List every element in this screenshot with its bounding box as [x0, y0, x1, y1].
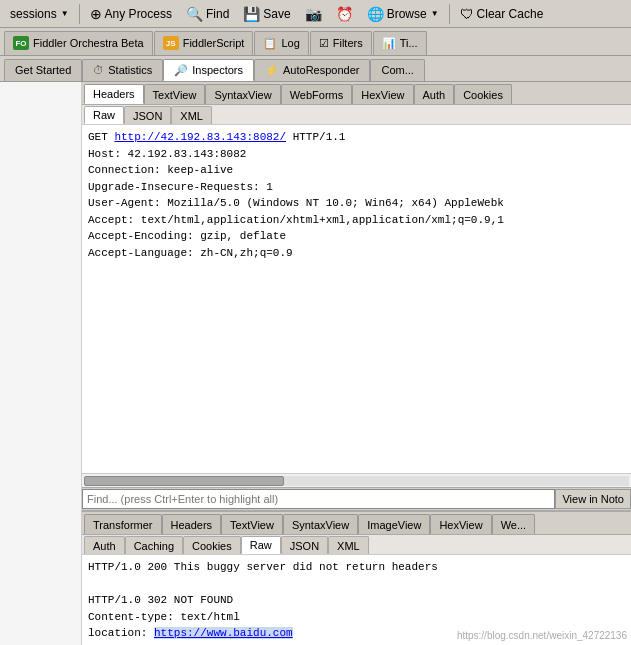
json-sub-label: JSON	[133, 110, 162, 122]
snapshot-icon: 📷	[305, 6, 322, 22]
resp-sub-xml[interactable]: XML	[328, 536, 369, 554]
statistics-label: Statistics	[108, 64, 152, 76]
tab-timeline[interactable]: 📊 Ti...	[373, 31, 427, 55]
sessions-dropdown-icon: ▼	[61, 9, 69, 18]
save-button[interactable]: 💾 Save	[237, 4, 296, 24]
resp-sub-auth[interactable]: Auth	[84, 536, 125, 554]
separator-1	[79, 4, 80, 24]
tab-filters[interactable]: ☑ Filters	[310, 31, 372, 55]
req-sub-tab-raw[interactable]: Raw	[84, 106, 124, 124]
req-tab-textview[interactable]: TextView	[144, 84, 206, 104]
globe-icon: 🌐	[367, 6, 384, 22]
resp-location-label: location:	[88, 627, 154, 639]
tab-statistics[interactable]: ⏱ Statistics	[82, 59, 163, 81]
separator-2	[449, 4, 450, 24]
resp-raw-label: Raw	[250, 539, 272, 551]
request-tabs: Headers TextView SyntaxView WebForms Hex…	[82, 82, 631, 105]
clear-cache-label: Clear Cache	[477, 7, 544, 21]
req-sub-tab-xml[interactable]: XML	[171, 106, 212, 124]
resp-tab-textview[interactable]: TextView	[221, 514, 283, 534]
syntaxview-tab-label: SyntaxView	[214, 89, 271, 101]
resp-line-1: HTTP/1.0 200 This buggy server did not r…	[88, 559, 625, 576]
scrollbar-track	[84, 476, 629, 486]
view-in-notepad-button[interactable]: View in Noto	[555, 489, 631, 509]
resp-syntaxview-label: SyntaxView	[292, 519, 349, 531]
watermark: https://blog.csdn.net/weixin_42722136	[457, 630, 627, 641]
find-input[interactable]	[82, 489, 555, 509]
tab-fiddlerscript[interactable]: JS FiddlerScript	[154, 31, 254, 55]
target-icon: ⊕	[90, 6, 102, 22]
transformer-label: Transformer	[93, 519, 153, 531]
resp-imageview-label: ImageView	[367, 519, 421, 531]
sessions-sidebar	[0, 82, 82, 645]
horizontal-scrollbar[interactable]	[82, 473, 631, 487]
tab-log-label: Log	[281, 37, 299, 49]
resp-line-4: Content-type: text/html	[88, 609, 625, 626]
req-line-1: GET http://42.192.83.143:8082/ HTTP/1.1	[88, 129, 625, 146]
resp-we-label: We...	[501, 519, 526, 531]
resp-tab-hexview[interactable]: HexView	[430, 514, 491, 534]
tab-log[interactable]: 📋 Log	[254, 31, 308, 55]
resp-sub-caching[interactable]: Caching	[125, 536, 183, 554]
request-sub-tabs: Raw JSON XML	[82, 105, 631, 125]
resp-sub-cookies[interactable]: Cookies	[183, 536, 241, 554]
resp-sub-raw[interactable]: Raw	[241, 536, 281, 554]
req-line-5: User-Agent: Mozilla/5.0 (Windows NT 10.0…	[88, 195, 625, 212]
webforms-tab-label: WebForms	[290, 89, 344, 101]
resp-auth-label: Auth	[93, 540, 116, 552]
tab-get-started[interactable]: Get Started	[4, 59, 82, 81]
resp-sub-json[interactable]: JSON	[281, 536, 328, 554]
browse-button[interactable]: 🌐 Browse ▼	[361, 4, 445, 24]
tab-filters-label: Filters	[333, 37, 363, 49]
req-tab-hexview[interactable]: HexView	[352, 84, 413, 104]
req-url-link[interactable]: http://42.192.83.143:8082/	[114, 131, 286, 143]
req-tab-headers[interactable]: Headers	[84, 84, 144, 104]
magnify-icon: 🔎	[174, 64, 188, 77]
req-tab-cookies[interactable]: Cookies	[454, 84, 512, 104]
log-icon: 📋	[263, 37, 277, 50]
browse-dropdown-icon: ▼	[431, 9, 439, 18]
snapshot-button[interactable]: 📷	[299, 4, 328, 24]
resp-tab-we[interactable]: We...	[492, 514, 535, 534]
tab-inspectors[interactable]: 🔎 Inspectors	[163, 59, 254, 81]
raw-sub-label: Raw	[93, 109, 115, 121]
req-tab-webforms[interactable]: WebForms	[281, 84, 353, 104]
req-line-6: Accept: text/html,application/xhtml+xml,…	[88, 212, 625, 229]
req-tab-auth[interactable]: Auth	[414, 84, 455, 104]
tab-autoresponder[interactable]: ⚡ AutoResponder	[254, 59, 370, 81]
autoresponder-label: AutoResponder	[283, 64, 359, 76]
main-area: Headers TextView SyntaxView WebForms Hex…	[0, 82, 631, 645]
req-tab-syntaxview[interactable]: SyntaxView	[205, 84, 280, 104]
clear-cache-button[interactable]: 🛡 Clear Cache	[454, 4, 550, 24]
cookies-tab-label: Cookies	[463, 89, 503, 101]
headers-tab-label: Headers	[93, 88, 135, 100]
resp-tab-syntaxview[interactable]: SyntaxView	[283, 514, 358, 534]
resp-location-link[interactable]: https://www.baidu.com	[154, 627, 293, 639]
resp-tab-transformer[interactable]: Transformer	[84, 514, 162, 534]
main-toolbar: sessions ▼ ⊕ Any Process 🔍 Find 💾 Save 📷…	[0, 0, 631, 28]
timer-button[interactable]: ⏰	[330, 4, 359, 24]
resp-caching-label: Caching	[134, 540, 174, 552]
resp-tab-imageview[interactable]: ImageView	[358, 514, 430, 534]
find-button[interactable]: 🔍 Find	[180, 4, 235, 24]
req-sub-tab-json[interactable]: JSON	[124, 106, 171, 124]
textview-tab-label: TextView	[153, 89, 197, 101]
check-icon: ☑	[319, 37, 329, 50]
tab-com[interactable]: Com...	[370, 59, 424, 81]
auth-tab-label: Auth	[423, 89, 446, 101]
req-protocol: HTTP/1.1	[286, 131, 345, 143]
browse-label: Browse	[387, 7, 427, 21]
tab-fiddler-orchestra[interactable]: FO Fiddler Orchestra Beta	[4, 31, 153, 55]
inspectors-label: Inspectors	[192, 64, 243, 76]
response-panel: Transformer Headers TextView SyntaxView …	[82, 511, 631, 645]
sessions-button[interactable]: sessions ▼	[4, 5, 75, 23]
fo-icon: FO	[13, 36, 29, 50]
scrollbar-thumb[interactable]	[84, 476, 284, 486]
any-process-button[interactable]: ⊕ Any Process	[84, 4, 178, 24]
request-content: GET http://42.192.83.143:8082/ HTTP/1.1 …	[82, 125, 631, 473]
js-icon: JS	[163, 36, 179, 50]
find-bar: View in Noto	[82, 487, 631, 511]
resp-tab-headers[interactable]: Headers	[162, 514, 222, 534]
resp-headers-label: Headers	[171, 519, 213, 531]
section-tabs-bar: Get Started ⏱ Statistics 🔎 Inspectors ⚡ …	[0, 56, 631, 82]
